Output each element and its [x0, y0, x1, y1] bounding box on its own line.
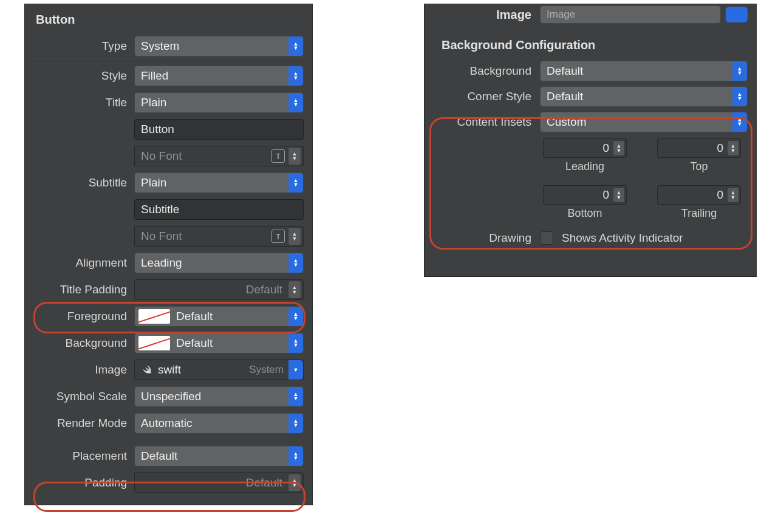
- color-swatch-none-icon: [138, 309, 170, 324]
- placement-row: Placement Default ▲▼: [25, 443, 312, 469]
- chevron-updown-icon: ▲▼: [288, 387, 303, 406]
- style-label: Style: [25, 69, 134, 83]
- symbol-scale-row: Symbol Scale Unspecified ▲▼: [25, 383, 312, 410]
- color-swatch-none-icon: [138, 336, 170, 350]
- alignment-value: Leading: [141, 256, 182, 270]
- title-mode-value: Plain: [141, 96, 166, 109]
- subtitle-text-field[interactable]: Subtitle: [134, 199, 304, 220]
- foreground-label: Foreground: [25, 310, 134, 323]
- inset-leading-label: Leading: [565, 160, 604, 173]
- font-picker-icon[interactable]: T: [271, 230, 285, 243]
- inset-bottom-field[interactable]: 0 ▲▼: [543, 185, 627, 205]
- image-top-segment[interactable]: [726, 7, 748, 22]
- corner-style-row: Corner Style Default ▲▼: [425, 84, 756, 109]
- content-insets-label: Content Insets: [425, 115, 540, 129]
- title-padding-row: Title Padding Default ▲▼: [25, 276, 312, 303]
- type-popup[interactable]: System ▲▼: [134, 36, 304, 56]
- padding-row: Padding Default ▲▼: [25, 469, 312, 496]
- title-padding-label: Title Padding: [25, 283, 134, 296]
- title-padding-field[interactable]: Default ▲▼: [134, 279, 304, 300]
- chevron-updown-icon: ▲▼: [288, 66, 303, 86]
- symbol-scale-value: Unspecified: [141, 390, 201, 403]
- chevron-updown-icon: ▲▼: [288, 253, 303, 273]
- subtitle-text-value: Subtitle: [141, 203, 179, 216]
- content-insets-row: Content Insets Custom ▲▼: [425, 109, 756, 135]
- font-picker-icon[interactable]: T: [271, 149, 285, 163]
- chevron-down-icon: ▼: [288, 360, 303, 380]
- image-top-label: Image: [425, 8, 540, 22]
- title-text-value: Button: [141, 123, 174, 136]
- background-value: Default: [176, 336, 213, 350]
- subtitle-font-well[interactable]: No Font T ▲▼: [134, 226, 304, 247]
- bg-background-row: Background Default ▲▼: [425, 58, 756, 84]
- chevron-updown-icon: ▲▼: [288, 333, 303, 353]
- chevron-updown-icon: ▲▼: [732, 112, 747, 132]
- title-row: Title Plain ▲▼: [25, 89, 312, 116]
- render-mode-label: Render Mode: [25, 417, 134, 430]
- background-row: Background Default ▲▼: [25, 330, 312, 356]
- inset-trailing-stepper[interactable]: ▲▼: [727, 187, 739, 203]
- inset-top: 0 ▲▼ Top: [654, 138, 744, 173]
- corner-style-popup[interactable]: Default ▲▼: [540, 86, 748, 107]
- alignment-row: Alignment Leading ▲▼: [25, 250, 312, 276]
- content-insets-popup[interactable]: Custom ▲▼: [540, 112, 748, 132]
- bg-background-popup[interactable]: Default ▲▼: [540, 61, 748, 81]
- chevron-updown-icon: ▲▼: [288, 446, 303, 466]
- inset-top-value: 0: [717, 142, 723, 155]
- inset-top-field[interactable]: 0 ▲▼: [657, 138, 741, 158]
- subtitle-mode-popup[interactable]: Plain ▲▼: [134, 172, 304, 193]
- inset-bottom-value: 0: [602, 188, 609, 202]
- chevron-updown-icon: ▲▼: [732, 61, 747, 81]
- placement-label: Placement: [25, 449, 134, 463]
- foreground-value: Default: [176, 310, 213, 323]
- padding-stepper[interactable]: ▲▼: [288, 474, 301, 492]
- drawing-row: Drawing Shows Activity Indicator: [425, 227, 756, 249]
- inset-trailing-field[interactable]: 0 ▲▼: [657, 185, 741, 205]
- padding-label: Padding: [25, 476, 134, 489]
- type-label: Type: [25, 39, 134, 53]
- title-text-field[interactable]: Button: [134, 119, 304, 140]
- style-popup[interactable]: Filled ▲▼: [134, 66, 304, 86]
- background-color-well[interactable]: Default ▲▼: [134, 333, 304, 353]
- subtitle-text-row: Subtitle: [25, 196, 312, 223]
- inset-leading-stepper[interactable]: ▲▼: [613, 140, 625, 156]
- style-value: Filled: [141, 69, 168, 83]
- padding-field[interactable]: Default ▲▼: [134, 472, 304, 493]
- subtitle-mode-value: Plain: [141, 176, 166, 189]
- subtitle-label: Subtitle: [25, 176, 134, 189]
- image-well[interactable]: swift System ▼: [134, 360, 304, 380]
- inset-top-label: Top: [690, 160, 708, 173]
- inset-bottom-label: Bottom: [567, 207, 602, 220]
- title-mode-popup[interactable]: Plain ▲▼: [134, 92, 304, 113]
- swift-icon: [140, 363, 153, 377]
- symbol-scale-popup[interactable]: Unspecified ▲▼: [134, 386, 304, 407]
- alignment-popup[interactable]: Leading ▲▼: [134, 253, 304, 273]
- corner-style-value: Default: [547, 90, 583, 103]
- title-font-well[interactable]: No Font T ▲▼: [134, 146, 304, 166]
- shows-activity-indicator-checkbox[interactable]: [540, 231, 553, 245]
- background-label: Background: [25, 336, 134, 350]
- title-padding-stepper[interactable]: ▲▼: [288, 281, 301, 299]
- section-title: Button: [25, 4, 312, 33]
- subtitle-font-placeholder: No Font: [141, 230, 182, 243]
- subtitle-font-row: No Font T ▲▼: [25, 223, 312, 250]
- image-top-field[interactable]: Image: [540, 5, 721, 24]
- inset-bottom-stepper[interactable]: ▲▼: [613, 187, 625, 203]
- image-row: Image swift System ▼: [25, 356, 312, 383]
- insets-grid: 0 ▲▼ Leading 0 ▲▼ Top 0 ▲▼ Bottom 0 ▲▼ T…: [540, 135, 756, 227]
- title-font-stepper[interactable]: ▲▼: [288, 147, 301, 165]
- bg-background-label: Background: [425, 64, 540, 78]
- inset-top-stepper[interactable]: ▲▼: [727, 140, 739, 156]
- placement-popup[interactable]: Default ▲▼: [134, 446, 304, 466]
- chevron-updown-icon: ▲▼: [288, 36, 303, 56]
- inset-leading-field[interactable]: 0 ▲▼: [543, 138, 627, 158]
- subtitle-font-stepper[interactable]: ▲▼: [288, 227, 301, 245]
- foreground-color-well[interactable]: Default ▲▼: [134, 306, 304, 327]
- title-label: Title: [25, 96, 134, 109]
- render-mode-value: Automatic: [141, 417, 192, 430]
- chevron-updown-icon: ▲▼: [288, 173, 303, 193]
- render-mode-popup[interactable]: Automatic ▲▼: [134, 413, 304, 434]
- chevron-updown-icon: ▲▼: [288, 93, 303, 112]
- padding-value: Default: [246, 476, 285, 489]
- chevron-updown-icon: ▲▼: [288, 307, 303, 326]
